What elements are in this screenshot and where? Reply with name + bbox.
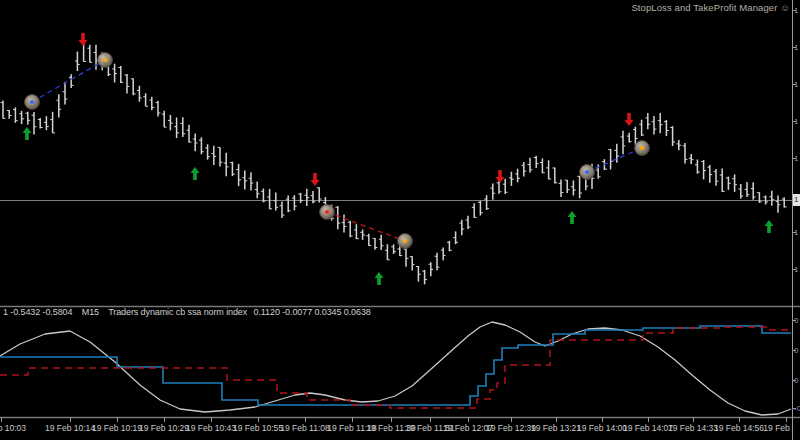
sell-arrow-icon[interactable] (79, 33, 88, 46)
ea-title-label: StopLoss and TakeProfit Manager ☺ (631, 2, 790, 13)
current-price-box: 1 (793, 194, 800, 206)
signal-circle-dot (103, 58, 107, 62)
time-label: 19 Feb 10:14 (45, 423, 95, 433)
price-axis-fragment: 1 (794, 228, 798, 237)
time-label: 19 Feb 10:29 (139, 423, 189, 433)
sell-arrow-icon[interactable] (496, 170, 505, 183)
indicator-lines (0, 322, 791, 415)
buy-arrow-icon[interactable] (568, 211, 577, 224)
buy-arrow-icon[interactable] (375, 272, 384, 285)
price-bars (1, 42, 787, 284)
time-label: 19 Feb 10:43 (186, 423, 236, 433)
time-label: 19 Feb 13:21 (531, 423, 581, 433)
time-label: 19 Feb 12:39 (486, 423, 536, 433)
price-axis-fragment: 1 (794, 117, 798, 126)
mt4-chart-window: StopLoss and TakeProfit Manager ☺ 1 -0.5… (0, 0, 800, 440)
price-axis-fragment: 0 (794, 346, 798, 355)
price-axis-fragment: 0 (794, 316, 798, 325)
time-axis[interactable]: 19 Feb 10:0319 Feb 10:1419 Feb 10:1919 F… (0, 419, 793, 440)
price-axis-fragment: -0 (794, 404, 800, 413)
indicator-timeframe: M15 (82, 307, 99, 317)
price-axis-fragment: 1 (794, 80, 798, 89)
buy-arrow-icon[interactable] (191, 167, 200, 180)
time-label: 19 Feb 14:56 (714, 423, 764, 433)
signal-circle-dot (325, 210, 329, 214)
signal-arrows[interactable] (23, 33, 774, 285)
time-label: 19 Feb 14:00 (577, 423, 627, 433)
indicator-values: 0.1120 -0.0077 0.0345 0.0638 (254, 307, 371, 317)
buy-arrow-icon[interactable] (765, 220, 774, 233)
signal-circle-dot (403, 239, 407, 243)
indicator-values-left: 1 -0.5432 -0.5804 (3, 307, 72, 317)
price-axis[interactable]: 1111111000-0 (793, 0, 800, 417)
price-axis-fragment: 1 (794, 43, 798, 52)
time-label: 19 Feb 10:55 (233, 423, 283, 433)
time-label: 19 Feb 14:07 (623, 423, 673, 433)
time-label: 19 Feb 10:19 (92, 423, 142, 433)
sell-arrow-icon[interactable] (311, 173, 320, 186)
signal-trend-line[interactable] (327, 212, 405, 241)
price-axis-fragment: 1 (794, 265, 798, 274)
sell-arrow-icon[interactable] (625, 113, 634, 126)
signal-circle-dot (585, 170, 589, 174)
indicator-name: Traders dynamic cb ssa norm index (108, 307, 247, 317)
time-label: 19 Feb 10:03 (0, 423, 26, 433)
trend-lines[interactable] (32, 60, 642, 241)
price-axis-fragment: 0 (794, 376, 798, 385)
signal-trend-line[interactable] (32, 60, 105, 102)
signal-circles[interactable] (25, 53, 650, 249)
time-label: 19 Feb 15:0 (763, 423, 793, 433)
signal-circle-dot (30, 100, 34, 104)
time-label: 19 Feb 11:08 (280, 423, 329, 433)
price-axis-fragment: 1 (794, 6, 798, 15)
signal-trend-line[interactable] (587, 148, 642, 172)
signal-circle-dot (640, 146, 644, 150)
chart-svg[interactable] (0, 0, 800, 440)
indicator-label: 1 -0.5432 -0.5804 M15 Traders dynamic cb… (3, 307, 378, 317)
price-axis-fragment: 1 (794, 154, 798, 163)
axes (0, 0, 800, 440)
buy-arrow-icon[interactable] (23, 127, 32, 140)
time-label: 19 Feb 14:33 (668, 423, 718, 433)
